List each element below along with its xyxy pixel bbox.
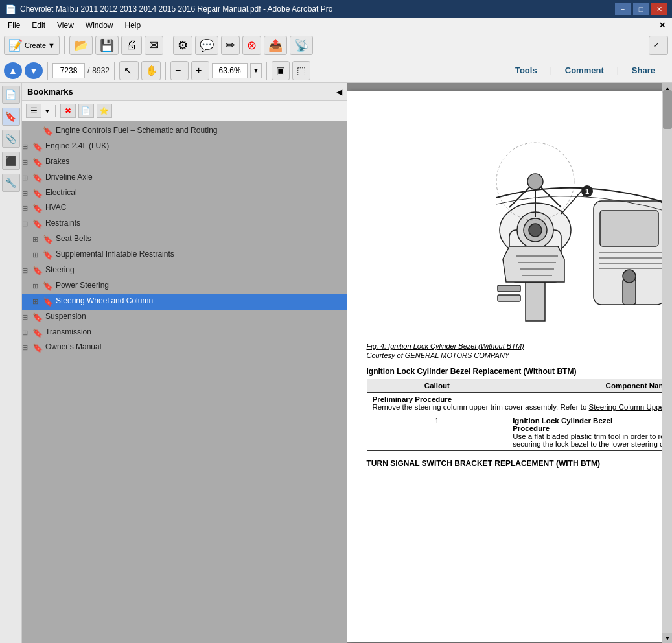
expand-power-steering[interactable]: ⊞ [32,281,43,290]
go-back-button[interactable]: ▲ [4,62,22,79]
menu-close-button[interactable]: ✕ [655,21,669,30]
save-button[interactable]: 💾 [95,36,119,55]
zoom-dropdown-button[interactable]: ▼ [250,63,262,78]
separator2 [168,36,168,54]
bookmark-suspension[interactable]: ⊞ 🔖 Suspension [22,310,347,325]
nav-tools-icon[interactable]: 🔧 [2,174,20,192]
bm-star-button[interactable]: ⭐ [97,104,112,118]
bookmark-driveline[interactable]: ⊞ 🔖 Driveline Axle [22,170,347,186]
bookmark-icon-brakes: 🔖 [32,158,43,169]
bookmark-seat-belts[interactable]: ⊞ 🔖 Seat Belts [22,232,347,248]
table-title: Ignition Lock Cylinder Bezel Replacement… [367,367,673,376]
expand-electrical[interactable]: ⊞ [22,189,32,198]
nav-pages-icon[interactable]: 📄 [2,86,20,104]
page-number-input[interactable] [52,63,85,78]
svg-rect-5 [526,282,545,321]
bm-delete-button[interactable]: ✖ [60,104,76,118]
col-callout-header: Callout [367,379,507,393]
zoom-input[interactable] [212,63,248,78]
expand-supplemental[interactable]: ⊞ [32,250,43,259]
minimize-button[interactable]: − [615,3,631,15]
zoom-out-button[interactable]: − [170,61,189,80]
bm-list-button[interactable]: ☰ [26,104,41,118]
expand-transmission[interactable]: ⊞ [22,328,32,337]
power-steering-label: Power Steering [56,281,342,291]
hand-tool-button[interactable]: ✋ [141,61,161,80]
bookmark-brakes[interactable]: ⊞ 🔖 Brakes [22,155,347,170]
bookmark-engine-24[interactable]: ⊞ 🔖 Engine 2.4L (LUK) [22,139,347,155]
bm-new-button[interactable]: 📄 [78,104,94,118]
bookmark-power-steering[interactable]: ⊞ 🔖 Power Steering [22,279,347,294]
row1-proc-text: Use a flat bladed plastic trim tool in o… [513,432,672,448]
cursor-tool-button[interactable]: ↖ [119,61,139,80]
expand-steering[interactable]: ⊟ [22,266,32,275]
expand-restraints[interactable]: ⊟ [22,219,32,228]
menu-edit[interactable]: Edit [27,19,51,31]
close-window-button[interactable]: ✕ [651,3,667,15]
left-icon-strip: 📄 🔖 📎 ⬛ 🔧 [0,83,22,643]
bookmark-engine-controls[interactable]: 🔖 Engine Controls Fuel – Schematic and R… [22,124,347,139]
scroll-thumb[interactable] [663,90,672,129]
nav-layers-icon[interactable]: ⬛ [2,152,20,170]
page-separator: / [87,66,89,75]
maximize-button[interactable]: □ [633,3,649,15]
menu-help[interactable]: Help [120,19,146,31]
row1: 1 Ignition Lock Cylinder Bezel Procedure… [367,414,672,451]
fig-caption: Fig. 4: Ignition Lock Cylinder Bezel (Wi… [367,342,673,350]
zoom-in-button[interactable]: + [191,61,209,80]
scrollbar[interactable]: ▲ ▼ [662,83,672,643]
bookmark-electrical[interactable]: ⊞ 🔖 Electrical [22,186,347,202]
scroll-down-arrow[interactable]: ▼ [662,633,672,643]
create-button[interactable]: 📝 Create ▼ [4,36,60,55]
email-button[interactable]: ✉ [145,36,163,55]
bookmark-icon-driveline: 🔖 [32,173,43,184]
svg-rect-22 [498,285,520,292]
bookmark-transmission[interactable]: ⊞ 🔖 Transmission [22,325,347,341]
menu-file[interactable]: File [3,19,25,31]
svg-point-18 [623,270,636,283]
fit-width-button[interactable]: ⬚ [292,61,310,80]
share-tool-button[interactable]: 📡 [290,36,313,55]
expand-seat-belts[interactable]: ⊞ [32,235,43,244]
expand-brakes[interactable]: ⊞ [22,158,32,167]
expand-icon: ⤢ [653,41,659,49]
fit-page-button[interactable]: ▣ [272,61,290,80]
title-bar: 📄 Chevrolet Malibu 2011 2012 2013 2014 2… [0,0,672,18]
menu-view[interactable]: View [52,19,79,31]
title-bar-controls[interactable]: − □ ✕ [615,3,667,15]
fit-page-icon: ▣ [276,65,285,76]
comment-icon: 💬 [200,38,214,53]
nav-bookmarks-icon[interactable]: 🔖 [2,108,20,126]
fit-width-icon: ⬚ [297,65,306,76]
cancel-button[interactable]: ⊗ [242,36,261,55]
comment-tool-button[interactable]: 💬 [195,36,218,55]
menu-window[interactable]: Window [80,19,119,31]
expand-engine-24[interactable]: ⊞ [22,142,32,151]
expand-owner-manual[interactable]: ⊞ [22,343,32,352]
settings-button[interactable]: ⚙ [173,36,192,55]
pdf-content-area: .thick { stroke: #222; stroke-width: 2; … [347,83,673,643]
menu-bar: File Edit View Window Help ✕ [0,18,672,32]
expand-suspension[interactable]: ⊞ [22,312,32,322]
bookmark-hvac[interactable]: ⊞ 🔖 HVAC [22,201,347,216]
go-forward-button[interactable]: ▼ [25,62,43,79]
share-tab[interactable]: Share [619,63,668,78]
expand-hvac[interactable]: ⊞ [22,204,32,213]
comment-tab[interactable]: Comment [552,63,617,78]
bookmark-steering[interactable]: ⊟ 🔖 Steering [22,263,347,279]
expand-button[interactable]: ⤢ [649,36,668,55]
expand-driveline[interactable]: ⊞ [22,173,32,182]
bookmark-owner-manual[interactable]: ⊞ 🔖 Owner's Manual [22,340,347,356]
bookmark-steering-wheel[interactable]: ⊞ 🔖 Steering Wheel and Column [22,294,347,310]
export-button[interactable]: 📤 [264,36,287,55]
tools-tab[interactable]: Tools [502,63,550,78]
expand-steering-wheel[interactable]: ⊞ [32,297,43,306]
bookmark-restraints[interactable]: ⊟ 🔖 Restraints [22,216,347,232]
nav-paperclip-icon[interactable]: 📎 [2,130,20,148]
bookmark-supplemental[interactable]: ⊞ 🔖 Supplemental Inflatable Restraints [22,248,347,263]
bookmark-icon-steering: 🔖 [32,266,43,277]
edit-tool-button[interactable]: ✏ [221,36,240,55]
print-button[interactable]: 🖨 [121,36,142,55]
open-button[interactable]: 📂 [69,36,93,55]
collapse-panel-button[interactable]: ◀ [336,88,342,97]
